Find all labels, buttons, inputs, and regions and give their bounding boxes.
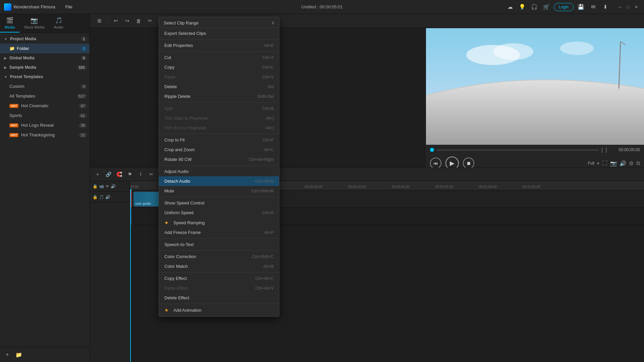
custom-badge: 0 xyxy=(81,84,87,89)
cm-adjust-audio[interactable]: Adjust Audio xyxy=(159,167,279,176)
cm-add-animation[interactable]: ★ Add Animation xyxy=(159,305,279,315)
save-icon[interactable]: 💾 xyxy=(576,2,586,12)
tab-stock-media[interactable]: 📷 Stock Media xyxy=(19,14,49,33)
context-menu-close[interactable]: X xyxy=(271,20,274,25)
cart-icon[interactable]: 🛒 xyxy=(542,2,551,12)
cm-sep-7 xyxy=(159,238,279,239)
cut-button[interactable]: ✂ xyxy=(145,16,155,25)
cm-edit-props-label: Edit Properties xyxy=(164,43,261,48)
cm-detach-audio[interactable]: Detach Audio Ctrl+Alt+D xyxy=(159,176,279,186)
cm-edit-properties[interactable]: Edit Properties Alt+E xyxy=(159,41,279,50)
menu-file[interactable]: File xyxy=(62,3,76,11)
cm-color-correction[interactable]: Color Correction Ctrl+Shift+C xyxy=(159,252,279,261)
download-icon[interactable]: ⬇ xyxy=(600,2,610,12)
cloud-icon[interactable]: ☁ xyxy=(505,2,515,12)
cm-delete-effect[interactable]: Delete Effect xyxy=(159,293,279,303)
login-button[interactable]: Login xyxy=(554,3,574,11)
folder-item[interactable]: 📁 Folder 1 xyxy=(0,44,90,53)
tl-link-button[interactable]: 🔗 xyxy=(104,170,113,179)
section-global-media[interactable]: ▶ Global Media 0 xyxy=(0,53,90,63)
audio-lock-icon[interactable]: 🔒 xyxy=(93,195,98,199)
cm-show-speed[interactable]: Show Speed Control xyxy=(159,198,279,208)
cm-cut[interactable]: Cut Ctrl+X xyxy=(159,53,279,62)
undo-button[interactable]: ↩ xyxy=(111,16,120,25)
section-preset-templates[interactable]: ▼ Preset Templates xyxy=(0,72,90,81)
add-folder-button[interactable]: + xyxy=(3,350,12,359)
cm-copy[interactable]: Copy Ctrl+C xyxy=(159,62,279,72)
toolbar-sep-1 xyxy=(107,17,108,24)
cm-speech-to-text[interactable]: Speech-to-Text xyxy=(159,240,279,249)
tl-magnet-button[interactable]: 🧲 xyxy=(115,170,123,179)
hoi-thanksgiving-item[interactable]: HOT HoI Thanksgiving 22 xyxy=(0,130,90,140)
cm-crop-zoom-label: Crop and Zoom xyxy=(164,147,260,152)
email-icon[interactable]: ✉ xyxy=(588,2,598,12)
new-folder-button[interactable]: 📁 xyxy=(14,350,23,359)
cm-paste-effect-shortcut: Ctrl+Alt+V xyxy=(255,286,274,291)
maximize-button[interactable]: □ xyxy=(625,3,632,11)
cm-delete[interactable]: Delete Del xyxy=(159,82,279,92)
cm-copy-effect-shortcut: Ctrl+Alt+C xyxy=(255,276,274,281)
tl-marker-button[interactable]: ⚑ xyxy=(125,170,134,179)
hoi-logo-reveal-item[interactable]: HOT HoI Logo Reveal 39 xyxy=(0,120,90,130)
delete-button[interactable]: 🗑 xyxy=(134,16,143,25)
tl-add-track-button[interactable]: + xyxy=(93,170,102,179)
stop-button[interactable]: ⏹ xyxy=(463,158,474,169)
eye-icon[interactable]: 👁 xyxy=(105,184,109,189)
volume-icon[interactable]: 🔊 xyxy=(620,160,626,167)
cm-copy-effect[interactable]: Copy Effect Ctrl+Alt+C xyxy=(159,274,279,283)
custom-label: Custom xyxy=(9,84,24,89)
bracket-right[interactable]: } xyxy=(605,147,607,153)
cm-sep-8 xyxy=(159,250,279,251)
all-templates-item[interactable]: All Templates 517 xyxy=(0,91,90,101)
cm-crop-zoom[interactable]: Crop and Zoom Alt+C xyxy=(159,145,279,155)
context-menu-title: Select Clip Range xyxy=(164,20,199,25)
cm-paste-shortcut: Ctrl+V xyxy=(262,75,274,79)
headset-icon[interactable]: 🎧 xyxy=(530,2,539,12)
cm-rotate[interactable]: Rotate 90 CW Ctrl+Alt+Right xyxy=(159,155,279,164)
volume-track-icon[interactable]: 🔊 xyxy=(111,184,116,189)
audio-volume-icon[interactable]: 🔊 xyxy=(105,195,110,199)
cm-paste: Paste Ctrl+V xyxy=(159,72,279,82)
settings-icon[interactable]: ⚙ xyxy=(629,160,634,167)
cm-sep-6 xyxy=(159,197,279,197)
cm-mute[interactable]: Mute Ctrl+Shift+M xyxy=(159,186,279,196)
cm-freeze-frame[interactable]: Add Freeze Frame Alt+F xyxy=(159,228,279,237)
minimize-button[interactable]: ─ xyxy=(616,3,624,11)
folder-icon: 📁 xyxy=(9,46,15,51)
tl-trim-button[interactable]: ✂ xyxy=(147,170,156,179)
hoi-cinematic-item[interactable]: HOT HoI Cinematic 97 xyxy=(0,101,90,111)
tl-split-button[interactable]: ⌇ xyxy=(136,170,145,179)
cm-color-match[interactable]: Color Match Alt+M xyxy=(159,261,279,271)
grid-view-button[interactable]: ⊞ xyxy=(95,16,104,25)
cm-ripple-delete[interactable]: Ripple Delete Shift+Del xyxy=(159,92,279,101)
bulb-icon[interactable]: 💡 xyxy=(518,2,527,12)
skip-back-button[interactable]: ⏮ xyxy=(430,158,441,169)
cm-paste-label: Paste xyxy=(164,74,259,79)
bracket-left[interactable]: { xyxy=(601,147,603,153)
section-sample-media[interactable]: ▶ Sample Media 101 xyxy=(0,63,90,72)
snapshot-icon[interactable]: 📷 xyxy=(610,160,617,167)
playhead-dot[interactable] xyxy=(430,148,434,152)
cm-export-selected[interactable]: Export Selected Clips xyxy=(159,28,279,38)
timeline-track[interactable] xyxy=(437,149,599,150)
custom-item[interactable]: Custom 0 xyxy=(0,81,90,91)
cm-uniform-speed[interactable]: Uniform Speed Ctrl+R xyxy=(159,208,279,218)
tl-video-track-header: 🔒 📹 👁 🔊 xyxy=(90,181,130,192)
fullscreen-icon[interactable]: ⛶ xyxy=(602,160,607,166)
cm-sep-5 xyxy=(159,165,279,166)
cm-crop-to-fit[interactable]: Crop to Fit Ctrl+F xyxy=(159,135,279,145)
pip-icon[interactable]: ⧉ xyxy=(636,160,640,166)
time-display: 00:00:00:00 xyxy=(610,147,640,152)
cm-speed-ramping[interactable]: ★ Speed Ramping xyxy=(159,218,279,228)
sports-item[interactable]: Sports 61 xyxy=(0,111,90,120)
tab-media[interactable]: 🎬 Media xyxy=(0,14,19,33)
lock-icon[interactable]: 🔒 xyxy=(93,184,98,189)
section-project-media[interactable]: ▼ Project Media 1 xyxy=(0,34,90,44)
cm-show-speed-label: Show Speed Control xyxy=(164,200,274,205)
close-button[interactable]: ✕ xyxy=(633,3,640,11)
toolbar-sep-2 xyxy=(158,17,158,24)
quality-chevron-icon[interactable]: ▾ xyxy=(597,161,599,166)
video-canvas xyxy=(426,28,644,145)
tab-audio[interactable]: 🎵 Audio xyxy=(49,14,68,33)
redo-button[interactable]: ↪ xyxy=(122,16,132,25)
